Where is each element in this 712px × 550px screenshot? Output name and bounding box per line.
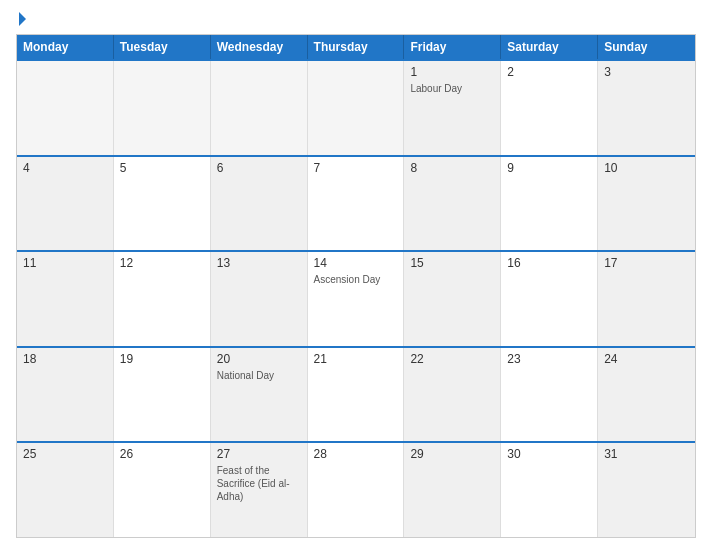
day-number: 2: [507, 65, 591, 79]
table-row: 7: [308, 157, 405, 251]
day-number: 30: [507, 447, 591, 461]
day-number: 16: [507, 256, 591, 270]
day-number: 25: [23, 447, 107, 461]
day-number: 6: [217, 161, 301, 175]
cal-header-cell: Tuesday: [114, 35, 211, 59]
table-row: 24: [598, 348, 695, 442]
logo-triangle-icon: [19, 12, 26, 26]
table-row: 19: [114, 348, 211, 442]
day-number: 24: [604, 352, 689, 366]
table-row: [114, 61, 211, 155]
day-number: 26: [120, 447, 204, 461]
day-number: 29: [410, 447, 494, 461]
table-row: 31: [598, 443, 695, 537]
cal-header-cell: Wednesday: [211, 35, 308, 59]
calendar-page: MondayTuesdayWednesdayThursdayFridaySatu…: [0, 0, 712, 550]
table-row: 25: [17, 443, 114, 537]
day-number: 21: [314, 352, 398, 366]
table-row: 3: [598, 61, 695, 155]
calendar-week-1: 1Labour Day23: [17, 59, 695, 155]
day-event: Ascension Day: [314, 273, 398, 286]
day-number: 22: [410, 352, 494, 366]
day-number: 15: [410, 256, 494, 270]
day-number: 31: [604, 447, 689, 461]
table-row: [17, 61, 114, 155]
table-row: 9: [501, 157, 598, 251]
table-row: 16: [501, 252, 598, 346]
calendar-week-4: 181920National Day21222324: [17, 346, 695, 442]
logo: [16, 12, 26, 24]
table-row: 29: [404, 443, 501, 537]
day-number: 3: [604, 65, 689, 79]
day-number: 12: [120, 256, 204, 270]
table-row: 30: [501, 443, 598, 537]
table-row: 10: [598, 157, 695, 251]
calendar-week-2: 45678910: [17, 155, 695, 251]
table-row: 26: [114, 443, 211, 537]
day-number: 18: [23, 352, 107, 366]
calendar-week-3: 11121314Ascension Day151617: [17, 250, 695, 346]
day-number: 9: [507, 161, 591, 175]
table-row: 11: [17, 252, 114, 346]
table-row: 1Labour Day: [404, 61, 501, 155]
day-event: Feast of the Sacrifice (Eid al-Adha): [217, 464, 301, 503]
table-row: 4: [17, 157, 114, 251]
page-header: [16, 12, 696, 24]
calendar-week-5: 252627Feast of the Sacrifice (Eid al-Adh…: [17, 441, 695, 537]
table-row: 13: [211, 252, 308, 346]
cal-header-cell: Sunday: [598, 35, 695, 59]
day-number: 23: [507, 352, 591, 366]
day-event: Labour Day: [410, 82, 494, 95]
table-row: 23: [501, 348, 598, 442]
day-number: 27: [217, 447, 301, 461]
cal-header-cell: Thursday: [308, 35, 405, 59]
day-number: 17: [604, 256, 689, 270]
day-number: 11: [23, 256, 107, 270]
table-row: 27Feast of the Sacrifice (Eid al-Adha): [211, 443, 308, 537]
day-number: 1: [410, 65, 494, 79]
day-number: 28: [314, 447, 398, 461]
day-number: 5: [120, 161, 204, 175]
day-event: National Day: [217, 369, 301, 382]
table-row: 12: [114, 252, 211, 346]
table-row: 8: [404, 157, 501, 251]
table-row: [308, 61, 405, 155]
table-row: [211, 61, 308, 155]
table-row: 15: [404, 252, 501, 346]
day-number: 7: [314, 161, 398, 175]
cal-header-cell: Friday: [404, 35, 501, 59]
day-number: 20: [217, 352, 301, 366]
day-number: 8: [410, 161, 494, 175]
day-number: 10: [604, 161, 689, 175]
cal-header-cell: Saturday: [501, 35, 598, 59]
cal-header-cell: Monday: [17, 35, 114, 59]
table-row: 14Ascension Day: [308, 252, 405, 346]
table-row: 22: [404, 348, 501, 442]
day-number: 13: [217, 256, 301, 270]
table-row: 2: [501, 61, 598, 155]
table-row: 18: [17, 348, 114, 442]
table-row: 5: [114, 157, 211, 251]
table-row: 17: [598, 252, 695, 346]
table-row: 6: [211, 157, 308, 251]
day-number: 4: [23, 161, 107, 175]
table-row: 21: [308, 348, 405, 442]
day-number: 14: [314, 256, 398, 270]
calendar-grid: MondayTuesdayWednesdayThursdayFridaySatu…: [16, 34, 696, 538]
calendar-header-row: MondayTuesdayWednesdayThursdayFridaySatu…: [17, 35, 695, 59]
table-row: 28: [308, 443, 405, 537]
table-row: 20National Day: [211, 348, 308, 442]
calendar-body: 1Labour Day234567891011121314Ascension D…: [17, 59, 695, 537]
day-number: 19: [120, 352, 204, 366]
